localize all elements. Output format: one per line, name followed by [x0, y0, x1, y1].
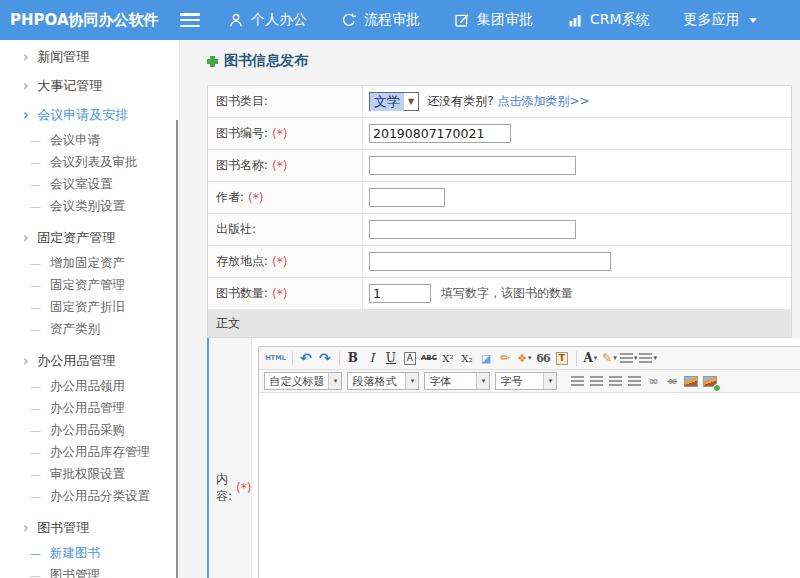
editor-toolbar-row1: HTML ↶: [259, 347, 800, 370]
add-plus-icon: [207, 56, 218, 67]
sidebar-item[interactable]: 图书管理: [0, 564, 179, 578]
nav-more-apps[interactable]: 更多应用: [684, 11, 757, 29]
no-category-text: 还没有类别?: [427, 93, 493, 110]
nav-process-approval[interactable]: 流程审批: [341, 11, 420, 29]
sidebar-item[interactable]: 新建图书: [0, 542, 179, 564]
redo-icon[interactable]: ↷: [317, 349, 334, 368]
font-color-icon[interactable]: A ▾: [582, 349, 599, 368]
sidebar-item[interactable]: 办公用品管理: [0, 346, 179, 375]
paragraph-format-select[interactable]: 段落格式 ▾: [347, 372, 419, 390]
sidebar-scrollbar[interactable]: [176, 120, 178, 578]
editor-toolbar-row2: 自定义标题 ▾ 段落格式 ▾: [259, 370, 800, 393]
font-size-select[interactable]: 字号 ▾: [495, 372, 557, 390]
chevron-down-icon: ▾: [543, 373, 556, 389]
sidebar-item[interactable]: 办公用品管理: [0, 397, 179, 419]
eraser-icon[interactable]: ◪: [478, 349, 495, 368]
link-icon[interactable]: ∞: [645, 372, 662, 391]
item-prefix-icon: [30, 490, 41, 503]
sidebar-item[interactable]: 大事记管理: [0, 71, 179, 100]
sidebar-item[interactable]: 会议室设置: [0, 173, 179, 195]
quantity-input[interactable]: [369, 284, 431, 303]
html-source-icon[interactable]: HTML: [265, 349, 286, 368]
chevron-down-icon: ▾: [328, 373, 341, 389]
item-prefix-icon: [23, 229, 28, 247]
undo-icon[interactable]: ↶: [298, 349, 315, 368]
nav-label: 更多应用: [684, 11, 740, 29]
location-input[interactable]: [369, 252, 611, 271]
font-border-icon[interactable]: A: [402, 349, 419, 368]
item-prefix-icon: [30, 279, 41, 292]
align-left-icon[interactable]: [569, 372, 586, 391]
font-family-select[interactable]: 字体 ▾: [424, 372, 490, 390]
nav-group-approval[interactable]: 集团审批: [454, 11, 533, 29]
sidebar-item[interactable]: 办公用品库存管理: [0, 441, 179, 463]
insert-image-icon[interactable]: [702, 372, 719, 391]
item-prefix-icon: [30, 468, 41, 481]
item-prefix-icon: [30, 134, 41, 147]
align-center-icon[interactable]: [588, 372, 605, 391]
underline-icon[interactable]: U: [383, 349, 400, 368]
paste-text-icon[interactable]: T: [554, 349, 571, 368]
sidebar-item[interactable]: 图书管理: [0, 513, 179, 542]
chevron-down-icon: ▾: [405, 373, 418, 389]
sidebar-item[interactable]: 办公用品领用: [0, 375, 179, 397]
sidebar-item[interactable]: 办公用品分类设置: [0, 485, 179, 507]
clean-format-icon[interactable]: ✏: [497, 349, 514, 368]
book-number-input[interactable]: [369, 124, 511, 143]
blockquote-icon[interactable]: 66: [535, 349, 552, 368]
field-label: 图书名称:: [216, 157, 268, 174]
book-name-input[interactable]: [369, 156, 576, 175]
strikethrough-icon[interactable]: ABC: [421, 349, 438, 368]
sidebar-item[interactable]: 审批权限设置: [0, 463, 179, 485]
field-label: 存放地点:: [216, 253, 268, 270]
item-prefix-icon: [30, 178, 41, 191]
item-prefix-icon: [30, 323, 41, 336]
sidebar-item[interactable]: 会议类别设置: [0, 195, 179, 217]
item-prefix-icon: [23, 352, 28, 370]
sidebar-item[interactable]: 固定资产管理: [0, 274, 179, 296]
align-right-icon[interactable]: [607, 372, 624, 391]
item-prefix-icon: [23, 48, 28, 66]
form-row-category: 图书类目: 文学 ▼ 还没有类别? 点击添加类别>>: [208, 86, 791, 118]
subscript-icon[interactable]: X₂: [459, 349, 476, 368]
italic-icon[interactable]: I: [364, 349, 381, 368]
unlink-icon[interactable]: ∞: [664, 372, 681, 391]
sidebar-item[interactable]: 会议列表及审批: [0, 151, 179, 173]
sidebar-item[interactable]: 固定资产折旧: [0, 296, 179, 318]
sidebar-item[interactable]: 资产类别: [0, 318, 179, 340]
justify-icon[interactable]: [626, 372, 643, 391]
nav-personal-office[interactable]: 个人办公: [228, 11, 307, 29]
required-marker: (*): [248, 191, 263, 205]
format-painter-icon[interactable]: ❖ ▾: [516, 349, 533, 368]
custom-heading-select[interactable]: 自定义标题 ▾: [264, 372, 342, 390]
field-label: 出版社:: [216, 221, 256, 238]
editor-content-area[interactable]: [259, 393, 800, 578]
sidebar-item[interactable]: 新闻管理: [0, 42, 179, 71]
item-prefix-icon: [30, 301, 41, 314]
sidebar-item[interactable]: 办公用品采购: [0, 419, 179, 441]
edit-square-icon: [454, 12, 470, 28]
sidebar-item[interactable]: 固定资产管理: [0, 223, 179, 252]
menu-toggle-button[interactable]: [180, 13, 200, 27]
item-prefix-icon: [30, 156, 41, 169]
divider: [576, 351, 577, 366]
ordered-list-icon[interactable]: ▾: [620, 349, 638, 368]
add-category-link[interactable]: 点击添加类别>>: [498, 93, 590, 110]
author-input[interactable]: [369, 188, 445, 207]
unordered-list-icon[interactable]: ▾: [639, 349, 657, 368]
highlight-icon[interactable]: ✎ ▾: [601, 349, 618, 368]
image-icon[interactable]: [683, 372, 700, 391]
bold-icon[interactable]: B: [345, 349, 362, 368]
nav-crm-system[interactable]: CRM系统: [567, 11, 650, 29]
content-row-accent: [207, 338, 209, 578]
sidebar-item[interactable]: 会议申请: [0, 129, 179, 151]
sidebar-item[interactable]: 会议申请及安排: [0, 100, 179, 129]
required-marker: (*): [272, 159, 287, 173]
superscript-icon[interactable]: X²: [440, 349, 457, 368]
field-label: 图书编号:: [216, 125, 268, 142]
sidebar-item[interactable]: 增加固定资产: [0, 252, 179, 274]
section-title: 正文: [216, 315, 240, 332]
publisher-input[interactable]: [369, 220, 576, 239]
book-category-select[interactable]: 文学 ▼: [369, 92, 419, 111]
field-label: 作者:: [216, 189, 244, 206]
